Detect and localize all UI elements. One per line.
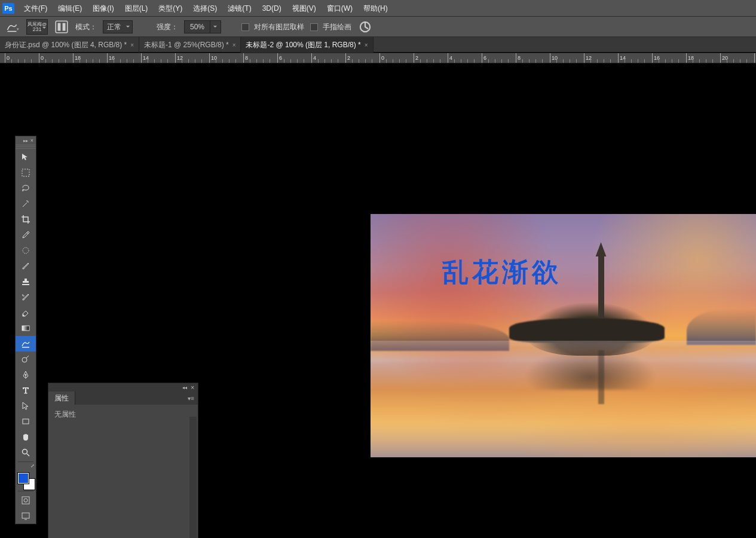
- path-select-tool[interactable]: [16, 398, 36, 414]
- document-tab[interactable]: 未标题-2 @ 100% (图层 1, RGB/8) * ×: [241, 37, 373, 53]
- menu-window[interactable]: 窗口(W): [322, 0, 357, 17]
- current-tool-icon[interactable]: ▾: [6, 20, 20, 34]
- foreground-color-swatch[interactable]: [18, 473, 29, 484]
- finger-painting-checkbox[interactable]: 手指绘画: [310, 22, 351, 32]
- close-icon[interactable]: ×: [130, 42, 134, 48]
- checkbox-icon: [310, 23, 318, 31]
- ruler-tick: 2: [414, 53, 418, 63]
- eyedropper-tool[interactable]: [16, 227, 36, 243]
- eraser-tool[interactable]: [16, 305, 36, 320]
- properties-panel[interactable]: ◂◂ × 属性 ▾≡ 无属性: [48, 383, 198, 538]
- rectangle-tool[interactable]: [16, 414, 36, 429]
- horizontal-ruler[interactable]: 00181614121086420246810121416182022: [0, 53, 756, 63]
- magic-wand-tool[interactable]: [16, 196, 36, 212]
- svg-rect-2: [63, 23, 66, 31]
- screen-mode-icon[interactable]: [16, 508, 36, 524]
- close-icon[interactable]: ×: [30, 137, 33, 143]
- collapse-icon[interactable]: ◂◂: [182, 385, 187, 390]
- sample-all-layers-label: 对所有图层取样: [254, 22, 304, 32]
- dodge-tool[interactable]: [16, 351, 36, 367]
- svg-rect-1: [58, 23, 61, 31]
- checkbox-icon: [241, 23, 249, 31]
- menu-filter[interactable]: 滤镜(T): [223, 0, 256, 17]
- tools-panel[interactable]: ▸▸ × ⤢: [15, 136, 36, 524]
- type-tool[interactable]: [16, 383, 36, 398]
- close-icon[interactable]: ×: [191, 384, 194, 391]
- ruler-tick: 0: [379, 53, 384, 63]
- brush-preset-picker[interactable]: 凤尾梅@ 231: [26, 19, 48, 35]
- ruler-tick: 0: [5, 53, 10, 63]
- ruler-tick: 6: [482, 53, 486, 63]
- panel-grip-icon[interactable]: [16, 145, 36, 149]
- menu-view[interactable]: 视图(V): [287, 0, 321, 17]
- document-tab[interactable]: 身份证.psd @ 100% (图层 4, RGB/8) * ×: [0, 37, 139, 53]
- panel-menu-icon[interactable]: ▾≡: [188, 395, 198, 402]
- menu-select[interactable]: 选择(S): [188, 0, 222, 17]
- brush-tool[interactable]: [16, 258, 36, 274]
- svg-point-9: [25, 374, 26, 375]
- document-tab[interactable]: 未标题-1 @ 25%(RGB/8) * ×: [139, 37, 241, 53]
- image-tower-reflection: [598, 350, 604, 404]
- strength-input[interactable]: 50%: [184, 20, 210, 33]
- menu-file[interactable]: 文件(F): [19, 0, 52, 17]
- document-tab-label: 未标题-1 @ 25%(RGB/8) *: [144, 40, 229, 50]
- quick-mask-icon[interactable]: [16, 493, 36, 508]
- sample-all-layers-checkbox[interactable]: 对所有图层取样: [241, 22, 304, 32]
- ruler-tick: 2: [345, 53, 350, 63]
- image-tower: [598, 255, 604, 318]
- panel-titlebar[interactable]: ◂◂ ×: [48, 383, 198, 392]
- ruler-tick: 4: [311, 53, 316, 63]
- stamp-tool[interactable]: [16, 274, 36, 289]
- canvas-text-layer[interactable]: 乱花渐欲: [442, 255, 562, 290]
- menu-image[interactable]: 图像(I): [88, 0, 118, 17]
- menu-3d[interactable]: 3D(D): [258, 0, 286, 17]
- menu-edit[interactable]: 编辑(E): [53, 0, 87, 17]
- gradient-tool[interactable]: [16, 320, 36, 336]
- tools-panel-header[interactable]: ▸▸ ×: [16, 136, 36, 145]
- document-tab-label: 未标题-2 @ 100% (图层 1, RGB/8) *: [246, 40, 360, 50]
- healing-tool[interactable]: [16, 243, 36, 258]
- menu-bar: Ps 文件(F) 编辑(E) 图像(I) 图层(L) 类型(Y) 选择(S) 滤…: [0, 0, 756, 17]
- canvas-document[interactable]: 乱花渐欲: [371, 214, 756, 457]
- svg-rect-0: [56, 21, 68, 33]
- smudge-tool[interactable]: [16, 336, 36, 351]
- lasso-tool[interactable]: [16, 181, 36, 196]
- close-icon[interactable]: ×: [365, 42, 368, 48]
- strength-dropdown-icon[interactable]: [210, 20, 221, 33]
- marquee-tool[interactable]: [16, 165, 36, 181]
- history-brush-tool[interactable]: [16, 289, 36, 305]
- strength-label: 强度：: [157, 22, 178, 32]
- separator: [18, 491, 33, 491]
- collapse-icon[interactable]: ▸▸: [23, 138, 28, 143]
- svg-point-13: [24, 499, 27, 502]
- tablet-pressure-icon[interactable]: [357, 19, 373, 35]
- svg-rect-6: [22, 326, 29, 331]
- blend-mode-select[interactable]: 正常: [103, 20, 133, 33]
- properties-tab[interactable]: 属性: [48, 392, 75, 405]
- menu-help[interactable]: 帮助(H): [359, 0, 393, 17]
- crop-tool[interactable]: [16, 212, 36, 227]
- image-island-reflection: [525, 348, 656, 390]
- pen-tool[interactable]: [16, 367, 36, 383]
- image-trees: [509, 319, 665, 343]
- hand-tool[interactable]: [16, 429, 36, 445]
- svg-rect-14: [22, 513, 29, 518]
- strength-value: 50%: [190, 23, 204, 31]
- svg-rect-4: [22, 169, 29, 176]
- separator: [18, 461, 33, 462]
- swap-colors-icon[interactable]: ⤢: [30, 463, 35, 469]
- close-icon[interactable]: ×: [232, 42, 236, 48]
- ruler-tick: 8: [516, 53, 521, 63]
- menu-layer[interactable]: 图层(L): [120, 0, 153, 17]
- document-tab-bar: 身份证.psd @ 100% (图层 4, RGB/8) * × 未标题-1 @…: [0, 37, 756, 53]
- brush-panel-toggle-icon[interactable]: [54, 19, 69, 35]
- color-swap-row: ⤢: [16, 463, 36, 472]
- mode-label: 模式：: [75, 22, 97, 32]
- scrollbar[interactable]: [189, 417, 197, 538]
- svg-point-5: [23, 247, 29, 253]
- ruler-tick: 8: [243, 53, 248, 63]
- ruler-tick: 0: [39, 53, 44, 63]
- menu-type[interactable]: 类型(Y): [154, 0, 187, 17]
- zoom-tool[interactable]: [16, 445, 36, 460]
- move-tool[interactable]: [16, 149, 36, 165]
